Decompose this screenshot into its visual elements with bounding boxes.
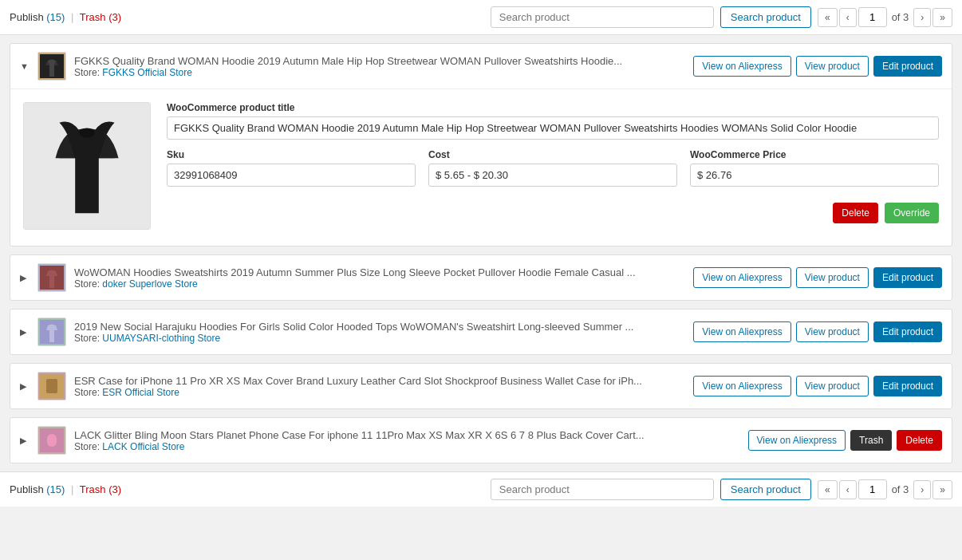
edit-product-button[interactable]: Edit product	[873, 321, 942, 342]
product-card: ▶ESR Case for iPhone 11 Pro XR XS Max Co…	[10, 363, 952, 409]
product-row[interactable]: ▶2019 New Social Harajuku Hoodies For Gi…	[10, 310, 952, 354]
search-input-bottom[interactable]	[491, 479, 714, 500]
product-info: 2019 New Social Harajuku Hoodies For Gir…	[74, 321, 685, 344]
expand-arrow-icon[interactable]: ▶	[20, 381, 30, 392]
product-info: FGKKS Quality Brand WOMAN Hoodie 2019 Au…	[74, 55, 685, 78]
product-actions: View on AliexpressView productEdit produ…	[693, 376, 942, 396]
separator-bottom: |	[71, 483, 73, 495]
sku-input[interactable]	[167, 164, 416, 187]
bottom-bar: Publish (15) | Trash (3) Search product …	[0, 471, 962, 507]
product-info: ESR Case for iPhone 11 Pro XR XS Max Cov…	[74, 375, 685, 398]
product-title: ESR Case for iPhone 11 Pro XR XS Max Cov…	[74, 375, 685, 387]
product-detail: WooCommerce product titleSkuCostWooComme…	[10, 89, 952, 246]
trash-button[interactable]: Trash	[850, 430, 892, 451]
delete-button[interactable]: Delete	[833, 203, 878, 223]
product-thumbnail	[37, 52, 66, 81]
search-input-top[interactable]	[491, 6, 714, 28]
detail-fields: WooCommerce product titleSkuCostWooComme…	[167, 102, 939, 230]
page-of-top: of 3	[892, 11, 909, 23]
publish-label: Publish	[10, 11, 44, 23]
svg-point-2	[79, 128, 95, 138]
view-product-button[interactable]: View product	[796, 321, 869, 342]
sku-field-group: Sku	[167, 149, 416, 187]
page-next-bottom[interactable]: ›	[913, 480, 931, 499]
override-button[interactable]: Override	[885, 203, 939, 223]
delete-button[interactable]: Delete	[897, 430, 942, 451]
product-row[interactable]: ▶WoWOMAN Hoodies Sweatshirts 2019 Autumn…	[10, 255, 952, 300]
svg-rect-8	[47, 434, 57, 447]
page-prev-bottom[interactable]: ‹	[839, 480, 857, 499]
woocommerce-price-input[interactable]	[690, 164, 939, 187]
pagination-top: « ‹ of 3 › »	[818, 7, 952, 27]
view-on-aliexpress-button[interactable]: View on Aliexpress	[693, 321, 791, 342]
pagination-bottom: « ‹ of 3 › »	[818, 479, 952, 499]
edit-product-button[interactable]: Edit product	[873, 376, 942, 396]
product-thumbnail	[37, 263, 66, 292]
expand-arrow-icon[interactable]: ▶	[20, 273, 30, 283]
view-on-aliexpress-button[interactable]: View on Aliexpress	[748, 430, 846, 451]
product-row[interactable]: ▶LACK Glitter Bling Moon Stars Planet Ph…	[10, 418, 952, 463]
page-next-top[interactable]: ›	[913, 8, 931, 27]
product-row[interactable]: ▶ESR Case for iPhone 11 Pro XR XS Max Co…	[10, 364, 952, 408]
product-card: ▶2019 New Social Harajuku Hoodies For Gi…	[10, 309, 952, 355]
product-title: FGKKS Quality Brand WOMAN Hoodie 2019 Au…	[74, 55, 685, 67]
top-bar: Publish (15) | Trash (3) Search product …	[0, 0, 962, 35]
expand-arrow-icon[interactable]: ▶	[20, 327, 30, 337]
product-row[interactable]: ▼FGKKS Quality Brand WOMAN Hoodie 2019 A…	[10, 44, 952, 89]
page-last-top[interactable]: »	[932, 8, 952, 27]
sku-cost-price-row: SkuCostWooCommerce Price	[167, 149, 939, 187]
product-title: LACK Glitter Bling Moon Stars Planet Pho…	[74, 429, 740, 441]
product-store: Store: UUMAYSARI-clothing Store	[74, 333, 685, 344]
store-link[interactable]: doker Superlove Store	[102, 278, 197, 290]
publish-status: Publish (15) | Trash (3)	[10, 11, 121, 23]
product-info: WoWOMAN Hoodies Sweatshirts 2019 Autumn …	[74, 266, 685, 290]
product-store: Store: FGKKS Official Store	[74, 67, 685, 78]
page-number-bottom[interactable]	[858, 479, 887, 499]
page-first-bottom[interactable]: «	[818, 480, 838, 499]
publish-label-bottom: Publish	[10, 483, 44, 495]
view-on-aliexpress-button[interactable]: View on Aliexpress	[693, 376, 791, 396]
page-prev-top[interactable]: ‹	[839, 8, 857, 27]
store-link[interactable]: UUMAYSARI-clothing Store	[102, 333, 220, 344]
product-store: Store: doker Superlove Store	[74, 278, 685, 290]
product-info: LACK Glitter Bling Moon Stars Planet Pho…	[74, 429, 740, 452]
woocommerce-price-label: WooCommerce Price	[690, 149, 939, 160]
collapse-arrow-icon[interactable]: ▼	[20, 61, 30, 71]
page-first-top[interactable]: «	[818, 8, 838, 27]
store-link[interactable]: ESR Official Store	[102, 387, 179, 398]
cost-input[interactable]	[428, 164, 677, 187]
view-product-button[interactable]: View product	[796, 56, 869, 77]
store-link[interactable]: LACK Official Store	[102, 441, 184, 452]
trash-link[interactable]: Trash (3)	[80, 11, 121, 23]
cost-label: Cost	[428, 149, 677, 160]
product-actions: View on AliexpressView productEdit produ…	[693, 321, 942, 342]
product-thumbnail	[37, 372, 66, 400]
woo-title-section: WooCommerce product title	[167, 102, 939, 140]
product-store: Store: ESR Official Store	[74, 387, 685, 398]
view-product-button[interactable]: View product	[796, 267, 869, 288]
trash-link-bottom[interactable]: Trash (3)	[80, 483, 121, 495]
product-card: ▶LACK Glitter Bling Moon Stars Planet Ph…	[10, 417, 952, 463]
edit-product-button[interactable]: Edit product	[873, 267, 942, 288]
search-button-bottom[interactable]: Search product	[720, 479, 811, 500]
publish-status-bottom: Publish (15) | Trash (3)	[10, 483, 121, 495]
product-title: WoWOMAN Hoodies Sweatshirts 2019 Autumn …	[74, 266, 685, 278]
woo-title-label: WooCommerce product title	[167, 102, 939, 113]
view-product-button[interactable]: View product	[796, 376, 869, 396]
detail-image	[23, 102, 151, 230]
edit-product-button[interactable]: Edit product	[873, 56, 942, 77]
svg-rect-6	[46, 379, 57, 393]
store-link[interactable]: FGKKS Official Store	[102, 67, 191, 78]
view-on-aliexpress-button[interactable]: View on Aliexpress	[693, 56, 791, 77]
products-container: ▼FGKKS Quality Brand WOMAN Hoodie 2019 A…	[0, 35, 962, 471]
separator: |	[71, 11, 73, 23]
product-title: 2019 New Social Harajuku Hoodies For Gir…	[74, 321, 685, 333]
page-last-bottom[interactable]: »	[932, 480, 952, 499]
woo-title-input[interactable]	[167, 116, 939, 140]
product-actions: View on AliexpressTrashDelete	[748, 430, 942, 451]
page-number-top[interactable]	[858, 7, 887, 27]
expand-arrow-icon[interactable]: ▶	[20, 436, 30, 446]
view-on-aliexpress-button[interactable]: View on Aliexpress	[693, 267, 791, 288]
product-actions: View on AliexpressView productEdit produ…	[693, 267, 942, 288]
search-button-top[interactable]: Search product	[720, 6, 811, 28]
